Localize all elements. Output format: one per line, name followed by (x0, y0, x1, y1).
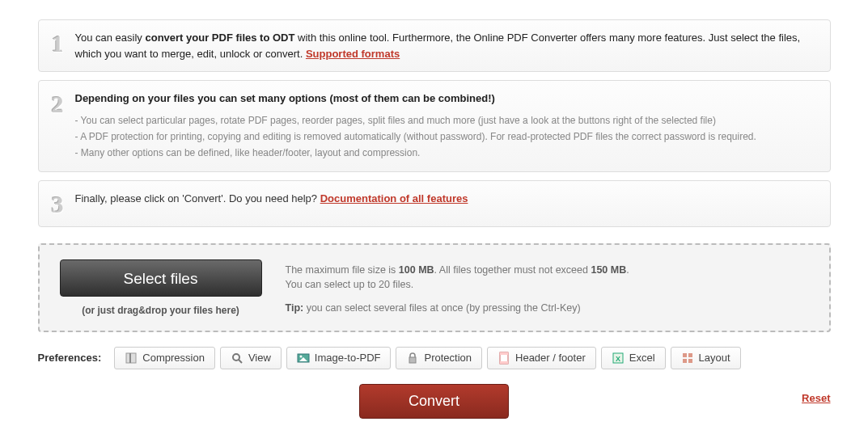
pref-header-footer-button[interactable]: Header / footer (487, 347, 596, 369)
svg-rect-16 (688, 359, 692, 363)
step-number-2: 2 (52, 92, 64, 116)
step1-text-before: You can easily (75, 32, 146, 44)
pref-image-to-pdf-button[interactable]: Image-to-PDF (286, 347, 392, 369)
select-files-button[interactable]: Select files (60, 259, 262, 297)
step-number-1: 1 (52, 32, 64, 56)
preferences-label: Preferences: (38, 352, 102, 364)
step1-text-bold: convert your PDF files to ODT (145, 32, 294, 44)
upload-info-line1-c: . (626, 264, 629, 276)
compression-icon (125, 352, 138, 365)
upload-info-line1-b: . All files together must not exceed (434, 264, 591, 276)
step-number-3: 3 (52, 192, 64, 217)
step2-title: Depending on your files you can set many… (75, 92, 495, 104)
step2-bullet: - A PDF protection for printing, copying… (75, 129, 817, 144)
pref-layout-button[interactable]: Layout (671, 347, 741, 369)
pref-view-button[interactable]: View (220, 347, 282, 369)
page-icon (498, 352, 510, 365)
pref-label: Image-to-PDF (315, 352, 381, 364)
step2-bullet: - You can select particular pages, rotat… (75, 113, 817, 128)
step2-bullet: - Many other options can be defined, lik… (75, 145, 817, 160)
max-file-size: 100 MB (399, 264, 434, 276)
pref-excel-button[interactable]: X Excel (601, 347, 666, 369)
step-3-content: Finally, please click on 'Convert'. Do y… (75, 191, 817, 207)
step-2-box: 2 Depending on your files you can set ma… (38, 80, 831, 172)
svg-point-2 (233, 354, 239, 360)
upload-info-line1-a: The maximum file size is (286, 264, 399, 276)
upload-info-line2: You can select up to 20 files. (286, 277, 813, 293)
step-1-content: You can easily convert your PDF files to… (75, 30, 817, 61)
svg-point-5 (299, 355, 302, 357)
svg-rect-7 (409, 357, 416, 363)
excel-icon: X (612, 352, 625, 365)
pref-protection-button[interactable]: Protection (396, 347, 482, 369)
drag-drop-hint: (or just drag&drop your files here) (56, 305, 266, 316)
convert-button[interactable]: Convert (359, 384, 509, 419)
step-1-box: 1 You can easily convert your PDF files … (38, 19, 831, 72)
max-total-size: 150 MB (591, 264, 626, 276)
svg-rect-9 (500, 352, 508, 355)
pref-label: Header / footer (515, 352, 586, 364)
pref-label: Protection (424, 352, 472, 364)
preferences-row: Preferences: Compression View Image-to-P… (38, 347, 831, 369)
svg-rect-15 (683, 359, 687, 363)
svg-rect-14 (688, 353, 692, 357)
pref-compression-button[interactable]: Compression (114, 347, 215, 369)
svg-rect-1 (129, 353, 131, 363)
svg-rect-10 (500, 361, 508, 364)
svg-line-3 (239, 360, 242, 363)
supported-formats-link[interactable]: Supported formats (306, 48, 400, 60)
upload-info: The maximum file size is 100 MB. All fil… (286, 259, 813, 316)
svg-text:X: X (616, 355, 620, 363)
documentation-link[interactable]: Documentation of all features (320, 192, 468, 204)
lock-icon (406, 352, 419, 365)
pref-label: Excel (629, 352, 655, 364)
step-3-box: 3 Finally, please click on 'Convert'. Do… (38, 180, 831, 227)
grid-icon (681, 352, 694, 365)
svg-rect-13 (683, 353, 687, 357)
step3-text: Finally, please click on 'Convert'. Do y… (75, 192, 320, 204)
action-row: Convert Reset (38, 384, 831, 419)
magnifier-icon (231, 352, 243, 365)
tip-label: Tip: (286, 302, 304, 314)
step2-bullets: - You can select particular pages, rotat… (75, 113, 817, 160)
step-2-content: Depending on your files you can set many… (75, 91, 817, 162)
pref-label: Compression (142, 352, 205, 364)
pref-label: View (248, 352, 271, 364)
image-icon (297, 352, 310, 365)
tip-text: you can select several files at once (by… (303, 302, 581, 314)
reset-link[interactable]: Reset (802, 392, 830, 404)
upload-dropzone[interactable]: Select files (or just drag&drop your fil… (38, 243, 831, 332)
pref-label: Layout (699, 352, 730, 364)
